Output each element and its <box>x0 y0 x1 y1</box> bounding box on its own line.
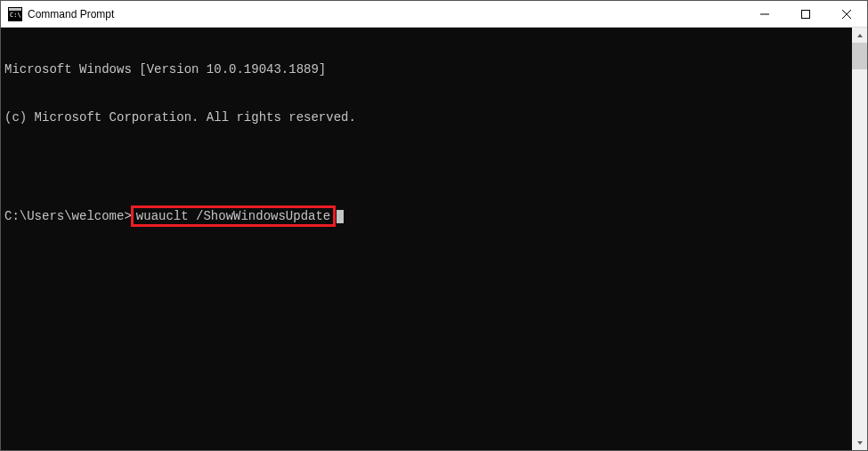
titlebar[interactable]: C:\ Command Prompt <box>1 1 867 28</box>
command-prompt-window: C:\ Command Prompt Microsoft Windows [Ve… <box>0 0 868 451</box>
svg-rect-1 <box>9 8 21 11</box>
svg-rect-4 <box>802 10 810 18</box>
highlighted-command: wuauclt /ShowWindowsUpdate <box>131 205 336 227</box>
minimize-button[interactable] <box>744 1 785 27</box>
vertical-scrollbar[interactable] <box>852 28 867 450</box>
maximize-button[interactable] <box>785 1 826 27</box>
copyright-line: (c) Microsoft Corporation. All rights re… <box>4 109 848 125</box>
scrollbar-thumb[interactable] <box>852 43 867 69</box>
svg-text:C:\: C:\ <box>10 12 21 19</box>
close-button[interactable] <box>826 1 867 27</box>
cursor <box>337 210 344 223</box>
svg-marker-8 <box>857 441 863 445</box>
version-line: Microsoft Windows [Version 10.0.19043.18… <box>4 61 848 77</box>
prompt-prefix: C:\Users\welcome> <box>4 208 132 224</box>
scrollbar-up-button[interactable] <box>852 28 867 43</box>
scrollbar-down-button[interactable] <box>852 435 867 450</box>
terminal-content[interactable]: Microsoft Windows [Version 10.0.19043.18… <box>1 28 852 450</box>
terminal-area: Microsoft Windows [Version 10.0.19043.18… <box>1 28 867 450</box>
app-icon: C:\ <box>8 7 22 21</box>
window-controls <box>744 1 867 27</box>
blank-line <box>4 157 848 173</box>
scrollbar-track[interactable] <box>852 43 867 435</box>
prompt-line: C:\Users\welcome>wuauclt /ShowWindowsUpd… <box>4 205 848 227</box>
window-title: Command Prompt <box>28 8 744 20</box>
svg-marker-7 <box>857 34 863 37</box>
